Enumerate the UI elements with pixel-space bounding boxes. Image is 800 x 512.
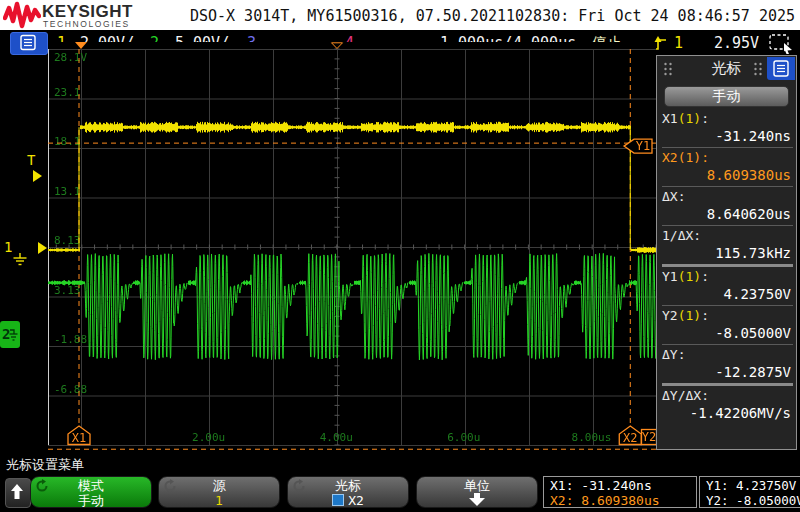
cursor-field-label: Y2 <box>662 308 678 323</box>
cursor-field-value: 8.640620us <box>662 205 793 223</box>
separator <box>662 225 793 226</box>
trigger-level-marker[interactable]: T <box>27 153 35 167</box>
cursor-field-label: : <box>701 111 709 126</box>
cursor-field-label: ΔY/ΔX <box>662 388 701 403</box>
ch2-ground-icon <box>9 328 18 341</box>
softkey-units[interactable]: 单位 <box>416 476 538 508</box>
cursor-field-ΔY/ΔX: ΔY/ΔX:-1.42206MV/s <box>662 388 793 422</box>
cursor-field-label: X2 <box>662 150 678 165</box>
separator <box>662 383 793 386</box>
cursor-field-label: (1) <box>678 150 701 165</box>
cursor-panel-menu-button[interactable] <box>767 57 795 80</box>
cursor-mode-button[interactable]: 手动 <box>664 86 789 107</box>
trigger-source[interactable]: 1 <box>674 34 683 52</box>
cursor-field-label: : <box>701 308 709 323</box>
cursor-field-value: 115.73kHz <box>662 244 793 262</box>
cursor-field-value: -1.42206MV/s <box>662 404 793 422</box>
softkey-mode-value: 手动 <box>31 493 151 508</box>
softkey-mode[interactable]: 模式 手动 <box>30 476 152 508</box>
cursor-field-label: : <box>701 269 709 284</box>
separator <box>662 344 793 345</box>
ch1-ground-icon <box>12 253 28 266</box>
cursor-field-label: ΔY <box>662 347 678 362</box>
softkey-source[interactable]: 源 1 <box>158 476 280 508</box>
cursor-field-ΔX: ΔX:8.640620us <box>662 189 793 223</box>
cursor-field-Y1: Y1(1):4.23750V <box>662 269 793 303</box>
separator <box>662 264 793 267</box>
cursor-field-label: (1) <box>678 269 701 284</box>
y2-readout: Y2: -8.05000V <box>706 493 800 508</box>
x-cursor-readout: X1: -31.240ns X2: 8.609380us <box>543 476 697 508</box>
up-arrow-icon <box>6 479 28 505</box>
cursor-field-value: -8.05000V <box>662 324 793 342</box>
trigger-level-arrow-icon[interactable] <box>33 170 42 182</box>
keysight-logo-icon <box>3 1 41 29</box>
list-icon <box>767 57 795 80</box>
trigger-level[interactable]: 2.95V <box>714 34 759 52</box>
softkey-mode-label: 模式 <box>31 478 151 493</box>
cursor-field-label: ΔX <box>662 189 678 204</box>
main-menu-button[interactable] <box>10 32 48 55</box>
y1-readout: Y1: 4.23750V <box>706 478 800 493</box>
cursor-select-icon <box>332 494 344 506</box>
softkey-units-value <box>417 493 537 509</box>
cursor-field-label: Y1 <box>662 269 678 284</box>
cursor-field-value: 8.609380us <box>662 166 793 184</box>
softkey-source-value: 1 <box>159 493 279 508</box>
cursor-field-label: (1) <box>678 308 701 323</box>
cursor-field-1/ΔX: 1/ΔX:115.73kHz <box>662 228 793 262</box>
drag-grip-icon[interactable] <box>753 62 763 76</box>
softkey-units-label: 单位 <box>417 478 537 493</box>
menu-back-button[interactable] <box>5 478 31 508</box>
menu-title: 光标设置菜单 <box>6 456 84 474</box>
x1-readout: X1: -31.240ns <box>550 478 690 493</box>
softkey-source-label: 源 <box>159 478 279 493</box>
drag-grip-icon[interactable] <box>663 62 673 76</box>
waveform-display[interactable] <box>48 42 656 454</box>
softkey-cursor-value: X2 <box>288 493 408 508</box>
cursor-field-label: : <box>678 347 686 362</box>
ch1-ground-marker[interactable]: 1 <box>4 240 12 254</box>
down-arrow-icon <box>465 493 489 506</box>
cursor-field-value: 4.23750V <box>662 285 793 303</box>
separator <box>662 305 793 306</box>
cursor-field-X1: X1(1):-31.240ns <box>662 111 793 145</box>
cursor-readout-list: X1(1):-31.240nsX2(1):8.609380usΔX:8.6406… <box>662 111 793 422</box>
y-cursor-readout: Y1: 4.23750V Y2: -8.05000V <box>699 476 800 508</box>
cursor-field-label: : <box>701 150 709 165</box>
ch1-ground-arrow-icon <box>38 242 47 254</box>
cursor-field-label: X1 <box>662 111 678 126</box>
cursor-field-Y2: Y2(1):-8.05000V <box>662 308 793 342</box>
oscilloscope-screen: KEYSIGHT TECHNOLOGIES DSO-X 3014T, MY615… <box>0 0 800 512</box>
touch-select-icon[interactable] <box>768 33 794 54</box>
x2-readout: X2: 8.609380us <box>550 493 690 508</box>
softkey-cursor-label: 光标 <box>288 478 408 493</box>
brand-subname: TECHNOLOGIES <box>43 19 130 29</box>
cursor-field-label: (1) <box>678 111 701 126</box>
list-icon <box>11 33 45 52</box>
instrument-title: DSO-X 3014T, MY61500316, 07.50.202110283… <box>190 7 795 25</box>
cursor-field-label: : <box>701 388 709 403</box>
cursor-field-value: -12.2875V <box>662 363 793 381</box>
cursor-field-label: : <box>693 228 701 243</box>
ch2-ground-marker[interactable]: 2 <box>0 321 20 348</box>
cursor-field-ΔY: ΔY:-12.2875V <box>662 347 793 381</box>
cursor-field-value: -31.240ns <box>662 127 793 145</box>
softkey-cursor[interactable]: 光标 X2 <box>287 476 409 508</box>
cursor-field-X2: X2(1):8.609380us <box>662 150 793 184</box>
separator <box>662 147 793 148</box>
header-bar: KEYSIGHT TECHNOLOGIES DSO-X 3014T, MY615… <box>0 0 800 30</box>
separator <box>662 186 793 187</box>
cursor-field-label: : <box>678 189 686 204</box>
cursor-panel: 光标 手动 X1(1):-31.240nsX2(1):8.609380usΔX:… <box>656 55 797 450</box>
cursor-field-label: 1/ΔX <box>662 228 693 243</box>
